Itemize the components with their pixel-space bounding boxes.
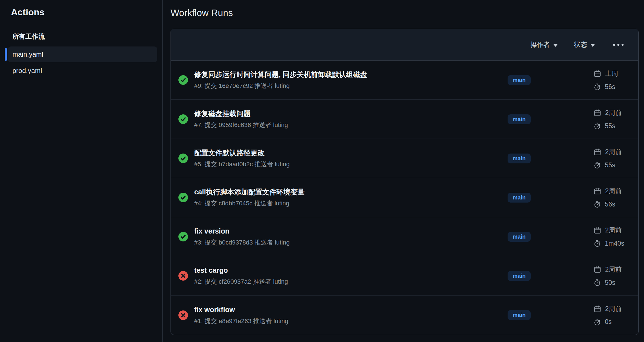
run-title-link[interactable]: 修复磁盘挂载问题	[194, 110, 488, 117]
workflow-nav: 所有工作流 main.yaml prod.yaml	[0, 32, 162, 79]
workflow-run-row[interactable]: fix version #3: 提交 b0cd9378d3 推送者 luting…	[171, 217, 638, 256]
branch-badge[interactable]: main	[508, 310, 531, 320]
run-date: 2周前	[605, 226, 622, 235]
calendar-icon	[593, 226, 601, 234]
run-date: 2周前	[605, 148, 622, 156]
branch-cell: main	[488, 193, 550, 203]
more-options-button[interactable]	[611, 42, 625, 48]
run-date-line: 2周前	[593, 305, 623, 313]
chevron-down-icon	[590, 44, 595, 47]
run-date-line: 2周前	[593, 148, 623, 156]
run-duration-line: 1m40s	[593, 239, 623, 247]
run-text: fix version #3: 提交 b0cd9378d3 推送者 luting	[191, 227, 488, 246]
run-title-link[interactable]: test cargo	[194, 266, 488, 274]
run-duration-line: 55s	[593, 122, 623, 130]
workflow-run-row[interactable]: test cargo #2: 提交 cf260937a2 推送者 luting …	[171, 256, 638, 296]
check-circle-icon	[178, 154, 188, 163]
run-duration-line: 50s	[593, 279, 623, 287]
all-workflows-link[interactable]: 所有工作流	[12, 32, 162, 41]
time-cell: 2周前 55s	[550, 108, 623, 130]
run-text: 修复磁盘挂载问题 #7: 提交 0959f6c636 推送者 luting	[191, 110, 488, 129]
run-duration: 55s	[605, 122, 615, 130]
branch-badge[interactable]: main	[508, 232, 531, 242]
stopwatch-icon	[593, 239, 601, 247]
branch-badge[interactable]: main	[508, 114, 531, 124]
actions-page: Actions 所有工作流 main.yaml prod.yaml Workfl…	[0, 0, 644, 342]
stopwatch-icon	[593, 279, 601, 287]
check-circle-icon	[178, 193, 188, 202]
run-duration-line: 56s	[593, 83, 623, 91]
status-filter-label: 状态	[574, 40, 587, 49]
run-meta: #3: 提交 b0cd9378d3 推送者 luting	[194, 239, 488, 246]
run-title-link[interactable]: fix version	[194, 227, 488, 235]
check-circle-icon	[178, 114, 188, 124]
stopwatch-icon	[593, 318, 601, 326]
workflow-item-label: prod.yaml	[12, 67, 42, 75]
page-title: Actions	[11, 7, 162, 17]
run-date: 2周前	[605, 305, 622, 313]
time-cell: 上周 56s	[550, 69, 623, 91]
run-meta: #1: 提交 e8e97fe263 推送者 luting	[194, 317, 488, 325]
run-text: test cargo #2: 提交 cf260937a2 推送者 luting	[191, 266, 488, 285]
active-indicator	[5, 48, 7, 61]
run-date-line: 2周前	[593, 265, 623, 274]
workflow-run-row[interactable]: 配置文件默认路径更改 #5: 提交 b7daad0b2c 推送者 luting …	[171, 139, 638, 178]
run-meta: #5: 提交 b7daad0b2c 推送者 luting	[194, 161, 488, 168]
run-meta: #7: 提交 0959f6c636 推送者 luting	[194, 121, 488, 129]
stopwatch-icon	[593, 161, 601, 169]
run-date-line: 2周前	[593, 108, 623, 117]
workflow-run-row[interactable]: 修复磁盘挂载问题 #7: 提交 0959f6c636 推送者 luting ma…	[171, 100, 638, 139]
branch-cell: main	[488, 75, 550, 85]
branch-cell: main	[488, 154, 550, 163]
branch-badge[interactable]: main	[508, 193, 531, 203]
time-cell: 2周前 0s	[550, 305, 623, 326]
branch-cell: main	[488, 310, 550, 320]
run-title-link[interactable]: fix workflow	[194, 306, 488, 314]
run-title-link[interactable]: 修复同步运行时间计算问题, 同步关机前卸载默认组磁盘	[194, 70, 488, 78]
workflow-run-row[interactable]: fix workflow #1: 提交 e8e97fe263 推送者 lutin…	[171, 296, 638, 335]
run-text: 修复同步运行时间计算问题, 同步关机前卸载默认组磁盘 #9: 提交 16e70e…	[191, 70, 488, 90]
branch-cell: main	[488, 232, 550, 242]
run-text: call执行脚本添加配置文件环境变量 #4: 提交 c8dbb7045c 推送者…	[191, 188, 488, 207]
kebab-horizontal-icon	[612, 43, 625, 46]
workflow-runs-title: Workflow Runs	[171, 8, 644, 18]
workflow-run-row[interactable]: 修复同步运行时间计算问题, 同步关机前卸载默认组磁盘 #9: 提交 16e70e…	[171, 61, 638, 100]
x-circle-icon	[178, 310, 188, 320]
run-meta: #2: 提交 cf260937a2 推送者 luting	[194, 278, 488, 285]
calendar-icon	[593, 265, 601, 274]
run-date: 2周前	[605, 265, 622, 274]
branch-badge[interactable]: main	[508, 271, 531, 281]
check-circle-icon	[178, 75, 188, 85]
branch-cell: main	[488, 114, 550, 124]
run-date-line: 上周	[593, 69, 623, 78]
run-duration: 55s	[605, 161, 615, 169]
run-meta: #9: 提交 16e70e7c92 推送者 luting	[194, 82, 488, 90]
sidebar-item-prod-yaml[interactable]: prod.yaml	[8, 63, 157, 79]
run-duration-line: 56s	[593, 200, 623, 208]
run-duration: 0s	[605, 318, 612, 326]
run-title-link[interactable]: call执行脚本添加配置文件环境变量	[194, 188, 488, 196]
run-title-link[interactable]: 配置文件默认路径更改	[194, 149, 488, 157]
time-cell: 2周前 1m40s	[550, 226, 623, 247]
calendar-icon	[593, 148, 601, 156]
actor-filter-dropdown[interactable]: 操作者	[530, 40, 558, 49]
branch-badge[interactable]: main	[508, 154, 531, 163]
main-content: Workflow Runs 操作者 状态	[163, 0, 644, 342]
sidebar-item-main-yaml[interactable]: main.yaml	[8, 46, 157, 62]
calendar-icon	[593, 70, 601, 78]
run-date-line: 2周前	[593, 226, 623, 235]
calendar-icon	[593, 187, 601, 195]
run-duration: 50s	[605, 279, 615, 287]
run-date: 上周	[605, 69, 618, 78]
actor-filter-label: 操作者	[530, 40, 550, 49]
check-circle-icon	[178, 232, 188, 241]
run-date: 2周前	[605, 187, 622, 196]
workflow-run-row[interactable]: call执行脚本添加配置文件环境变量 #4: 提交 c8dbb7045c 推送者…	[171, 178, 638, 217]
chevron-down-icon	[553, 44, 558, 47]
run-duration: 1m40s	[605, 240, 624, 247]
status-filter-dropdown[interactable]: 状态	[574, 40, 595, 49]
run-text: fix workflow #1: 提交 e8e97fe263 推送者 lutin…	[191, 306, 488, 325]
branch-cell: main	[488, 271, 550, 281]
runs-list: 修复同步运行时间计算问题, 同步关机前卸载默认组磁盘 #9: 提交 16e70e…	[171, 61, 638, 335]
branch-badge[interactable]: main	[508, 75, 531, 85]
